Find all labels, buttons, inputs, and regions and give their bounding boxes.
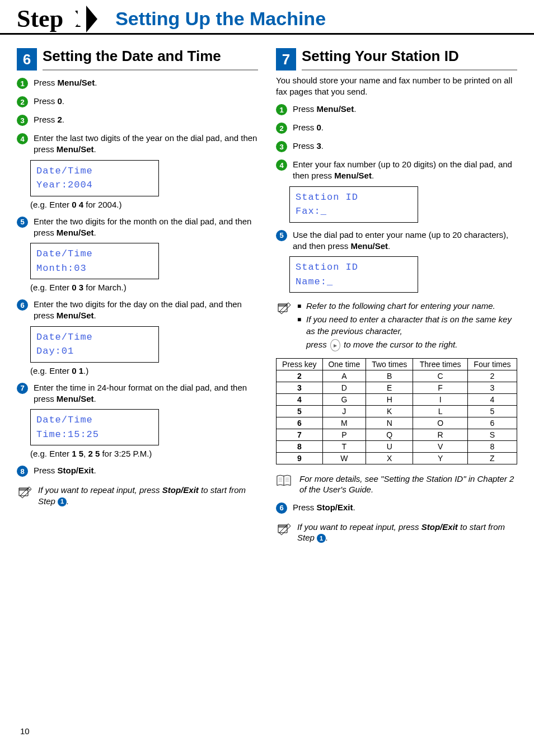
section-6-title: Setting the Date and Time [43,48,258,64]
section-number-7: 7 [276,48,296,71]
step-badge: 3 [17,115,28,126]
step-6-5: 5 Enter the two digits for the month on … [17,216,258,239]
section-7-title: Setting Your Station ID [302,48,517,64]
step-7-4: 4 Enter your fax number (up to 20 digits… [276,159,517,182]
page-header: Step 1 Setting Up the Machine [0,0,534,35]
table-row: 8TUV8 [277,440,517,452]
table-row: 5JKL5 [277,405,517,417]
note-row: If you want to repeat input, press Stop/… [17,485,258,506]
step-7-6: 6 Press Stop/Exit. [276,502,517,514]
table-row: 3DEF3 [277,382,517,393]
step-badge: 3 [276,141,287,152]
chevron-right-icon [86,6,97,32]
table-row: 7PQRS [277,429,517,440]
step-badge: 5 [17,217,28,228]
step-1-ref-icon: 1 [317,534,326,543]
step-badge: 4 [17,133,28,144]
lcd-display: Station ID Fax:_ [289,186,418,223]
table-row: 4GHI4 [277,393,517,405]
page-number: 10 [20,726,30,736]
cursor-right-icon: ▸ [330,339,340,351]
step-7-3: 3 Press 3. [276,140,517,152]
step-badge: 5 [276,230,287,241]
section-7-head: 7 Setting Your Station ID [276,48,517,71]
step-6-6: 6 Enter the two digits for the day on th… [17,299,258,322]
character-entry-chart: Press key One time Two times Three times… [276,358,517,464]
note-row: If you want to repeat input, press Stop/… [276,522,517,543]
step-6-3: 3 Press 2. [17,114,258,126]
step-badge: 4 [276,159,287,171]
step-badge: 1 [276,104,287,115]
table-row: 2ABC2 [277,370,517,382]
note-icon [276,300,292,318]
step-6-4: 4 Enter the last two digits of the year … [17,133,258,156]
note-row: Refer to the following chart for enterin… [276,300,517,354]
section-6-head: 6 Setting the Date and Time [17,48,258,71]
step-6-7: 7 Enter the time in 24-hour format on th… [17,382,258,405]
step-badge: 6 [17,299,28,311]
table-row: 9WXYZ [277,452,517,464]
step-7-5: 5 Use the dial pad to enter your name (u… [276,229,517,252]
example-text: (e.g. Enter 1 5, 2 5 for 3:25 P.M.) [30,449,258,458]
step-badge: 2 [17,96,28,107]
content-area: 6 Setting the Date and Time 1 Press Menu… [0,35,534,543]
note-icon [17,485,32,503]
step-1-ref-icon: 1 [58,497,67,506]
step-badge: 2 [276,123,287,134]
example-text: (e.g. Enter 0 4 for 2004.) [30,200,258,209]
example-text: (e.g. Enter 0 1.) [30,366,258,375]
step-badge: 7 [17,383,28,394]
step-6-2: 2 Press 0. [17,96,258,107]
book-icon [276,473,292,490]
note-list: Refer to the following chart for enterin… [297,300,517,351]
step-badge: 1 [17,78,28,89]
lcd-display: Date/Time Month:03 [30,243,159,279]
step-6-8: 8 Press Stop/Exit. [17,465,258,477]
example-text: (e.g. Enter 0 3 for March.) [30,283,258,292]
left-column: 6 Setting the Date and Time 1 Press Menu… [17,48,258,543]
step-6-1: 1 Press Menu/Set. [17,77,258,89]
lcd-display: Date/Time Day:01 [30,326,159,363]
note-icon [276,522,292,539]
step-badge: 8 [17,466,28,477]
lcd-display: Date/Time Year:2004 [30,160,159,196]
lcd-display: Date/Time Time:15:25 [30,409,159,445]
section-7-intro: You should store your name and fax numbe… [276,75,517,97]
table-row: 6MNO6 [277,417,517,429]
step-badge: 6 [276,503,287,514]
step-7-1: 1 Press Menu/Set. [276,104,517,115]
section-number-6: 6 [17,48,37,71]
reference-row: For more details, see "Setting the Stati… [276,473,517,495]
lcd-display: Station ID Name:_ [289,256,418,293]
step-7-2: 2 Press 0. [276,122,517,134]
page-title: Setting Up the Machine [97,8,326,30]
right-column: 7 Setting Your Station ID You should sto… [276,48,517,543]
